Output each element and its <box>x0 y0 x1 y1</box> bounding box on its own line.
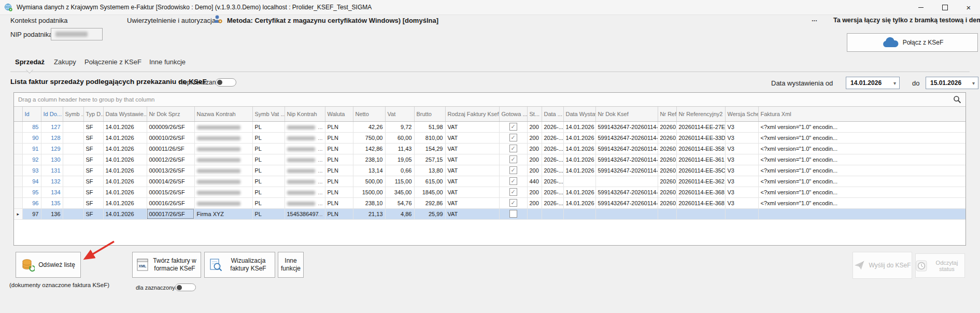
checkbox-checked[interactable]: ✓ <box>509 134 517 141</box>
maximize-button[interactable] <box>933 0 957 15</box>
cell-nr_ref[interactable]: 20260... <box>658 176 676 187</box>
tab-sprzedaz[interactable]: Sprzedaż <box>15 58 45 66</box>
cell-wersja[interactable]: V3 <box>725 143 758 154</box>
cell-wersja[interactable]: V3 <box>725 176 758 187</box>
cell-symb_vat[interactable]: PL <box>252 121 285 132</box>
cell-rodzaj[interactable]: VAT <box>445 132 499 143</box>
refresh-list-button[interactable]: Odśwież listę <box>16 252 81 278</box>
col-header-id[interactable]: Id <box>22 107 41 121</box>
cell-nr_ksef[interactable]: 5991432647-20260114-0... <box>595 154 658 165</box>
cell-brutto[interactable]: 615,00 <box>414 176 445 187</box>
cell-nr_ref[interactable]: 20260... <box>658 143 676 154</box>
cell-vat[interactable]: 4,86 <box>385 208 414 219</box>
col-header-nr_ksef[interactable]: Nr Dok Ksef <box>595 107 658 121</box>
cell-id[interactable]: 92 <box>22 154 41 165</box>
cell-data_wyst[interactable]: 14.01.2026 <box>103 187 147 197</box>
cell-nr_ksef[interactable] <box>595 208 658 219</box>
cell-nr_ref2[interactable]: 20260114-EE-27E... <box>676 121 725 132</box>
cell-netto[interactable]: 13,14 <box>353 165 385 176</box>
cell-nr_dok[interactable]: 000017/26/SF <box>147 208 194 219</box>
cell-data[interactable]: 2026-... <box>542 143 563 154</box>
cell-netto[interactable]: 238,10 <box>353 197 385 208</box>
cell-wersja[interactable]: V3 <box>725 165 758 176</box>
cell-st[interactable] <box>527 208 542 219</box>
cell-xml[interactable]: <?xml version="1.0" encodin... <box>758 121 965 132</box>
checkbox-checked[interactable]: ✓ <box>509 199 517 207</box>
cell-waluta[interactable]: PLN <box>325 165 353 176</box>
table-row[interactable]: 95134SF14.01.2026000015/26/SFPL...PLN150… <box>14 187 965 197</box>
checkbox-checked[interactable]: ✓ <box>509 155 517 163</box>
cell-rodzaj[interactable]: VAT <box>445 208 499 219</box>
cell-vat[interactable]: 345,00 <box>385 187 414 197</box>
cell-vat[interactable]: 19,05 <box>385 154 414 165</box>
cell-netto[interactable]: 238,10 <box>353 154 385 165</box>
ellipsis-button[interactable]: ... <box>318 167 322 174</box>
cell-nr_ref[interactable] <box>658 208 676 219</box>
cell-nr_ref2[interactable] <box>676 208 725 219</box>
cell-symb_vat[interactable]: PL <box>252 197 285 208</box>
cell-nr_ksef[interactable]: 5991432647-20260114-0... <box>595 143 658 154</box>
cell-id[interactable]: 97 <box>22 208 41 219</box>
cell-typ[interactable]: SF <box>83 176 103 187</box>
cell-rodzaj[interactable]: VAT <box>445 187 499 197</box>
table-row[interactable]: 93131SF14.01.2026000013/26/SFPL...PLN13,… <box>14 165 965 176</box>
cell-data_wyst[interactable]: 14.01.2026 <box>103 197 147 208</box>
cell-gotowa[interactable]: ✓ <box>499 132 527 143</box>
cell-wersja[interactable]: V3 <box>725 187 758 197</box>
cell-brutto[interactable]: 154,29 <box>414 143 445 154</box>
cell-xml[interactable]: <?xml version="1.0" encodin... <box>758 143 965 154</box>
cell-symb_vat[interactable]: PL <box>252 165 285 176</box>
cell-data_ks[interactable]: 14.01.2026 <box>563 143 595 154</box>
cell-brutto[interactable]: 292,86 <box>414 197 445 208</box>
cell-xml[interactable]: <?xml version="1.0" encodin... <box>758 154 965 165</box>
col-header-xml[interactable]: Faktura Xml <box>758 107 965 121</box>
col-header-nip[interactable]: Nip Kontrah <box>285 107 325 121</box>
col-header-rodzaj[interactable]: Rodzaj Faktury Ksef <box>445 107 499 121</box>
tab-inne-funkcje[interactable]: Inne funkcje <box>149 58 186 66</box>
cell-symb[interactable] <box>63 208 83 219</box>
cell-st[interactable]: 200 <box>527 121 542 132</box>
cell-id[interactable]: 95 <box>22 187 41 197</box>
cell-typ[interactable]: SF <box>83 208 103 219</box>
cell-symb[interactable] <box>63 143 83 154</box>
cell-wersja[interactable] <box>725 208 758 219</box>
col-header-st[interactable]: St... <box>527 107 542 121</box>
cell-data_wyst[interactable]: 14.01.2026 <box>103 121 147 132</box>
cell-nr_ksef[interactable]: 5991432647-20260114-0... <box>595 165 658 176</box>
cell-rodzaj[interactable]: VAT <box>445 154 499 165</box>
col-header-nr_ref2[interactable]: Nr Referencyjny2 <box>676 107 725 121</box>
cell-nr_ref2[interactable]: 20260114-EE-358... <box>676 143 725 154</box>
cell-data[interactable]: 2026-... <box>542 132 563 143</box>
ellipsis-button[interactable]: ... <box>318 135 322 141</box>
cell-typ[interactable]: SF <box>83 165 103 176</box>
tab-zakupy[interactable]: Zakupy <box>54 58 76 66</box>
cell-vat[interactable]: 0,66 <box>385 165 414 176</box>
cell-st[interactable]: 200 <box>527 143 542 154</box>
connect-ksef-button[interactable]: Połącz z KSeF <box>847 33 978 52</box>
other-functions-button[interactable]: Inne funkcje <box>278 252 304 278</box>
cell-rodzaj[interactable]: VAT <box>445 197 499 208</box>
selected-toggle[interactable] <box>175 283 196 291</box>
cell-id_dok[interactable]: 128 <box>41 132 63 143</box>
cell-id_dok[interactable]: 134 <box>41 187 63 197</box>
cell-nr_dok[interactable]: 000009/26/SF <box>147 121 194 132</box>
cell-xml[interactable]: <?xml version="1.0" encodin... <box>758 197 965 208</box>
cell-data[interactable] <box>542 208 563 219</box>
date-from-input[interactable]: 14.01.2026 ▾ <box>846 77 900 89</box>
cell-id[interactable]: 91 <box>22 143 41 154</box>
table-row[interactable]: 91129SF14.01.2026000011/26/SFPL...PLN142… <box>14 143 965 154</box>
cell-data[interactable]: 2026-... <box>542 187 563 197</box>
cell-vat[interactable]: 60,00 <box>385 132 414 143</box>
checkbox-unchecked[interactable] <box>509 210 517 218</box>
cell-nazwa[interactable] <box>194 143 252 154</box>
cell-waluta[interactable]: PLN <box>325 154 353 165</box>
cell-id_dok[interactable]: 129 <box>41 143 63 154</box>
cell-st[interactable]: 200 <box>527 165 542 176</box>
cell-gotowa[interactable] <box>499 208 527 219</box>
cell-id_dok[interactable]: 130 <box>41 154 63 165</box>
cell-nazwa[interactable]: Firma XYZ <box>194 208 252 219</box>
cell-nr_dok[interactable]: 000010/26/SF <box>147 132 194 143</box>
cell-symb_vat[interactable]: PL <box>252 187 285 197</box>
cell-nip[interactable]: ... <box>285 132 325 143</box>
cell-nazwa[interactable] <box>194 197 252 208</box>
